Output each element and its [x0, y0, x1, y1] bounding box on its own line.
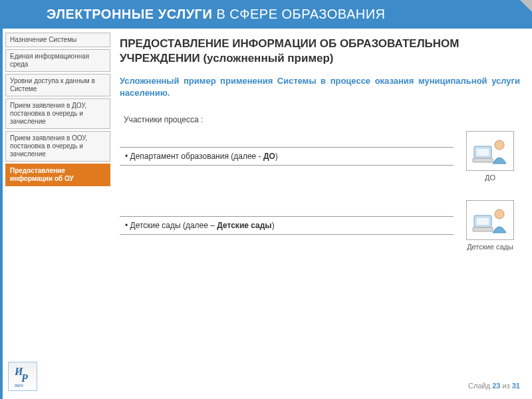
footer-mid: из	[500, 382, 511, 390]
p1-prefix: • Департамент образования (далее -	[125, 152, 263, 161]
footer-prefix: Слайд	[468, 382, 492, 390]
svg-point-7	[495, 209, 504, 219]
svg-rect-5	[476, 217, 489, 225]
participant-text-kindergarten: • Детские сады (далее – Детские сады)	[120, 216, 454, 235]
svg-rect-1	[476, 148, 489, 156]
participant-row-kindergarten: • Детские сады (далее – Детские сады) Де…	[120, 200, 520, 251]
svg-rect-6	[473, 227, 493, 231]
company-logo: И Р тех	[8, 362, 37, 391]
sidebar-item-oou[interactable]: Прием заявления в ООУ, постановка в очер…	[5, 131, 110, 162]
p2-prefix: • Детские сады (далее –	[125, 221, 217, 230]
slide-counter: Слайд 23 из 31	[468, 382, 520, 390]
participant-label-do: ДО	[460, 174, 520, 182]
svg-rect-2	[473, 158, 493, 162]
participant-icon-do: ДО	[460, 131, 520, 182]
participant-text-do: • Департамент образования (далее - ДО)	[120, 147, 454, 166]
participants-heading: Участники процесса :	[124, 115, 520, 124]
sidebar-item-purpose[interactable]: Назначение Системы	[5, 33, 110, 47]
p2-suffix: )	[272, 221, 275, 230]
header-title-bold: ЭЛЕКТРОННЫЕ УСЛУГИ	[47, 7, 212, 21]
sidebar-item-dou[interactable]: Прием заявления в ДОУ, постановка в очер…	[5, 98, 110, 129]
sidebar-item-environment[interactable]: Единая информационная среда	[5, 49, 110, 72]
sidebar-item-access[interactable]: Уровни доступа к данным в Системе	[5, 74, 110, 96]
left-edge-accent	[0, 0, 3, 399]
page-subtitle: Усложненный пример применения Системы в …	[120, 75, 520, 99]
sidebar-item-info-ou[interactable]: Предоставление информации об ОУ	[5, 164, 110, 186]
sidebar: Назначение Системы Единая информационная…	[5, 33, 110, 186]
page-title: ПРЕДОСТАВЛЕНИЕ ИНФОРМАЦИИ ОБ ОБРАЗОВАТЕЛ…	[120, 37, 520, 66]
footer-current: 23	[492, 382, 500, 390]
footer-total: 31	[512, 382, 520, 390]
p1-bold: ДО	[263, 152, 275, 161]
person-computer-icon	[466, 131, 514, 171]
header-bar: ЭЛЕКТРОННЫЕ УСЛУГИ В СФЕРЕ ОБРАЗОВАНИЯ	[0, 0, 532, 29]
p1-suffix: )	[275, 152, 278, 161]
participant-label-kindergarten: Детские сады	[460, 243, 520, 251]
p2-bold: Детские сады	[217, 221, 271, 230]
content-area: Назначение Системы Единая информационная…	[0, 29, 532, 251]
participant-row-do: • Департамент образования (далее - ДО) Д…	[120, 131, 520, 182]
svg-point-3	[495, 140, 504, 150]
participant-icon-kindergarten: Детские сады	[460, 200, 520, 251]
logo-sub: тех	[15, 382, 23, 388]
header-title-thin: В СФЕРЕ ОБРАЗОВАНИЯ	[212, 7, 385, 21]
corner-fold	[520, 0, 532, 12]
person-computer-icon	[466, 200, 514, 240]
main-panel: ПРЕДОСТАВЛЕНИЕ ИНФОРМАЦИИ ОБ ОБРАЗОВАТЕЛ…	[110, 33, 532, 251]
